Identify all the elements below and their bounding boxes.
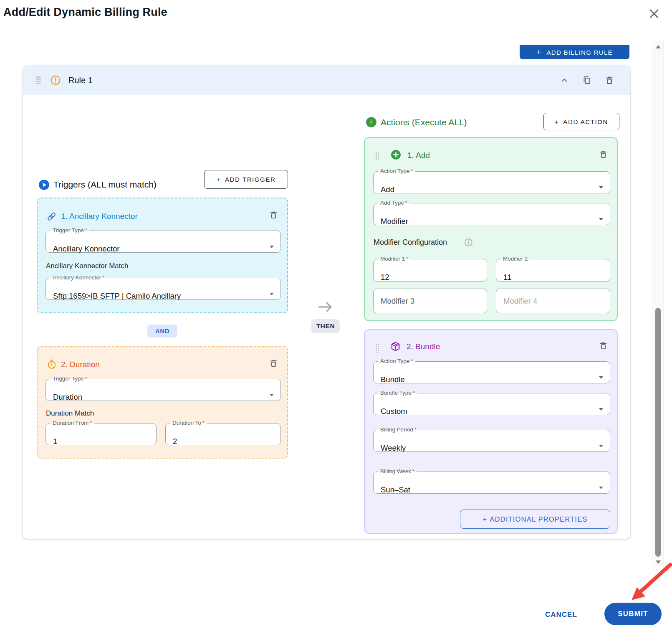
rule-header: Rule 1 <box>23 66 630 95</box>
additional-properties-button[interactable]: + ADDITIONAL PROPERTIES <box>460 510 610 529</box>
info-icon[interactable] <box>464 238 473 247</box>
actions-heading: Actions (Execute ALL) <box>381 117 467 127</box>
trigger2-title: 2. Duration <box>61 360 100 369</box>
bundle-type-value: Custom <box>381 407 407 416</box>
dropdown-caret-icon <box>599 376 603 379</box>
then-arrow-icon <box>316 299 336 315</box>
modifier-1-value: 12 <box>381 273 389 282</box>
triggers-heading: Triggers (ALL must match) <box>53 180 157 190</box>
drag-handle-icon[interactable] <box>375 343 380 353</box>
dropdown-caret-icon <box>270 246 274 248</box>
drag-handle-icon[interactable] <box>35 76 41 85</box>
modifier-1-input[interactable]: Modifier 1* 12 <box>373 256 487 281</box>
trigger-card-ancillary-konnector: 1. Ancillary Konnector Trigger Type* Anc… <box>37 198 288 313</box>
trigger2-type-select[interactable]: Trigger Type* Duration <box>45 376 281 401</box>
billing-period-value: Weekly <box>381 444 406 453</box>
trigger1-type-value: Ancillary Konnector <box>53 244 119 254</box>
action-card-add: 1. Add Action Type* Add Add Type* Modifi… <box>364 137 618 321</box>
billing-period-select[interactable]: Billing Period* Weekly <box>373 427 610 452</box>
duration-from-input[interactable]: Duration From* 1 <box>45 420 157 445</box>
delete-trigger-icon[interactable] <box>269 210 278 220</box>
collapse-chevron-icon[interactable] <box>559 75 569 85</box>
dropdown-caret-icon <box>599 445 603 447</box>
action1-type-select[interactable]: Action Type* Add <box>373 168 610 193</box>
add-type-select[interactable]: Add Type* Modifier <box>373 200 610 225</box>
trigger1-type-select[interactable]: Trigger Type* Ancillary Konnector <box>45 228 281 253</box>
link-icon <box>46 211 57 222</box>
modifier-config-heading: Modifier Configuration <box>374 238 447 247</box>
bundle-type-select[interactable]: Bundle Type* Custom <box>373 390 610 415</box>
and-connector-chip: AND <box>147 325 177 337</box>
dropdown-caret-icon <box>270 293 274 295</box>
plus-icon: + <box>555 118 559 125</box>
delete-action-icon[interactable] <box>599 341 608 350</box>
action-card-bundle: 2. Bundle Action Type* Bundle Bundle Typ… <box>364 329 618 534</box>
delete-action-icon[interactable] <box>599 150 608 159</box>
plus-icon: + <box>217 176 221 183</box>
action2-type-select[interactable]: Action Type* Bundle <box>373 358 610 383</box>
duration-to-value: 2 <box>173 437 177 446</box>
triggers-play-icon <box>38 179 50 190</box>
modifier-4-placeholder: Modifier 4 <box>503 297 537 306</box>
plus-icon: + <box>536 48 541 57</box>
plus-icon: + <box>483 515 487 523</box>
delete-trigger-icon[interactable] <box>269 358 278 368</box>
scroll-down-icon[interactable] <box>656 560 661 564</box>
add-circle-icon <box>391 150 401 160</box>
add-trigger-button[interactable]: + ADD TRIGGER <box>204 170 288 189</box>
modifier-3-input[interactable]: Modifier 3 <box>373 289 487 313</box>
action2-type-value: Bundle <box>381 375 405 384</box>
action1-type-value: Add <box>381 185 394 194</box>
delete-rule-icon[interactable] <box>604 75 614 85</box>
trigger1-konnector-value: Sftp:1659>IB SFTP | Camilo Ancillary <box>53 292 181 301</box>
trigger1-konnector-select[interactable]: Ancillary Konnector* Sftp:1659>IB SFTP |… <box>45 275 281 300</box>
duplicate-icon[interactable] <box>582 75 592 85</box>
duration-from-value: 1 <box>53 437 57 446</box>
bundle-cube-icon <box>390 341 401 352</box>
action1-title: 1. Add <box>407 151 430 160</box>
close-icon[interactable] <box>648 8 660 20</box>
scrollbar-thumb[interactable] <box>655 308 661 557</box>
scrollbar[interactable] <box>652 41 664 567</box>
trigger2-match-heading: Duration Match <box>46 409 94 418</box>
modifier-2-input[interactable]: Modifier 2 11 <box>496 256 610 281</box>
dropdown-caret-icon <box>270 394 274 396</box>
billing-week-value: Sun–Sat <box>381 485 410 495</box>
dropdown-caret-icon <box>599 186 603 189</box>
page-title: Add/Edit Dynamic Billing Rule <box>3 6 167 19</box>
modifier-2-value: 11 <box>503 273 511 282</box>
stopwatch-icon <box>46 359 57 370</box>
cancel-button[interactable]: CANCEL <box>541 608 581 621</box>
dropdown-caret-icon <box>599 218 603 221</box>
then-connector-chip: THEN <box>311 319 340 333</box>
add-billing-rule-label: ADD BILLING RULE <box>547 49 613 56</box>
dropdown-caret-icon <box>599 487 603 489</box>
rule-title: Rule 1 <box>68 76 93 85</box>
add-billing-rule-button[interactable]: + ADD BILLING RULE <box>520 45 629 59</box>
warning-icon <box>50 75 61 86</box>
add-type-value: Modifier <box>381 217 408 226</box>
drag-handle-icon[interactable] <box>375 152 380 161</box>
scroll-up-icon[interactable] <box>656 45 661 48</box>
trigger1-title: 1. Ancillary Konnector <box>61 212 138 221</box>
dropdown-caret-icon <box>599 408 603 411</box>
duration-to-input[interactable]: Duration To* 2 <box>165 420 281 445</box>
trigger-card-duration: 2. Duration Trigger Type* Duration Durat… <box>37 346 288 459</box>
modifier-3-placeholder: Modifier 3 <box>381 297 414 306</box>
add-action-button[interactable]: + ADD ACTION <box>543 113 619 130</box>
action2-title: 2. Bundle <box>407 342 440 351</box>
trigger2-type-value: Duration <box>53 393 82 402</box>
actions-lightning-icon <box>366 117 377 128</box>
trigger1-match-heading: Ancillary Konnector Match <box>46 262 128 270</box>
submit-button[interactable]: SUBMIT <box>604 603 662 625</box>
billing-week-select[interactable]: Billing Week* Sun–Sat <box>373 469 610 494</box>
modifier-4-input[interactable]: Modifier 4 <box>496 289 610 313</box>
